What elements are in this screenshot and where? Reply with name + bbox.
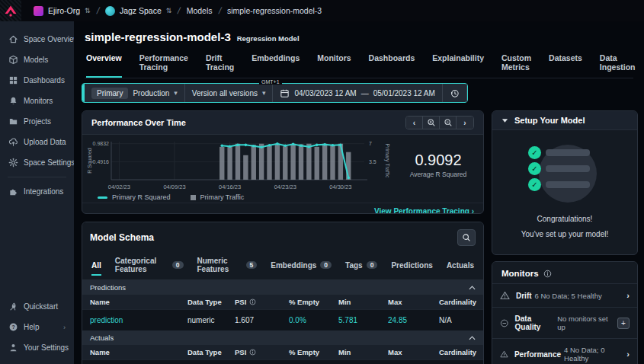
- date-range-picker[interactable]: 04/03/2023 12 AM — 05/01/2023 12 AM: [273, 84, 442, 102]
- arize-logo[interactable]: [0, 0, 21, 21]
- add-monitor-button[interactable]: +: [617, 318, 630, 329]
- sidebar-item-integrations[interactable]: Integrations: [0, 181, 74, 202]
- performance-chart[interactable]: 0.49160.983204/02/2304/09/2304/16/2304/2…: [82, 135, 393, 203]
- performance-card-title: Performance Over Time: [91, 118, 186, 127]
- sidebar-item-your-settings[interactable]: Your Settings ›: [0, 337, 74, 358]
- chevron-right-icon[interactable]: ›: [626, 350, 630, 359]
- sidebar-item-label: Space Overview: [24, 35, 79, 43]
- feature-name-link[interactable]: prediction: [90, 316, 187, 324]
- environment-select[interactable]: Primary Production ▾: [85, 84, 185, 102]
- monitor-row-drift[interactable]: Drift6 No Data; 5 Healthy ›: [492, 283, 637, 307]
- view-performance-tracing-link[interactable]: View Performance Tracing ›: [374, 207, 474, 214]
- count-badge: 5: [246, 261, 258, 269]
- minus-circle-icon: [500, 318, 509, 328]
- tab-overview[interactable]: Overview: [86, 50, 122, 78]
- schema-tab-categorical-features[interactable]: Categorical Features0: [115, 253, 184, 279]
- schema-search-button[interactable]: [457, 229, 476, 246]
- monitor-row-performance[interactable]: Performance4 No Data; 0 Healthy ›: [492, 338, 637, 364]
- sidebar-item-space-overview[interactable]: Space Overview: [0, 29, 74, 49]
- svg-text:0.4916: 0.4916: [93, 159, 110, 164]
- org-switcher[interactable]: Ejiro-Org ⇅: [34, 6, 91, 16]
- sort-updown-icon[interactable]: ⇅: [166, 7, 172, 14]
- date-end: 05/01/2023 12 AM: [373, 89, 435, 97]
- sidebar-item-help[interactable]: ? Help ›: [0, 317, 74, 337]
- pan-right-button[interactable]: ›: [457, 117, 473, 129]
- person-icon: [8, 343, 18, 353]
- overview-content: Performance Over Time ‹ › 0.491: [74, 104, 644, 364]
- svg-text:04/30/23: 04/30/23: [329, 184, 351, 190]
- schema-tab-all[interactable]: All: [91, 257, 101, 276]
- sidebar-item-dashboards[interactable]: Dashboards: [0, 70, 74, 91]
- table-row-actual[interactable]: actual numeric 1.076 0.0% 4.8 25.4 N/A: [82, 359, 483, 364]
- chevron-up-icon[interactable]: [469, 286, 476, 290]
- bell-icon: [8, 96, 18, 106]
- performance-over-time-card: Performance Over Time ‹ › 0.491: [82, 110, 484, 214]
- zoom-out-button[interactable]: [440, 117, 457, 129]
- tab-embeddings[interactable]: Embeddings: [252, 50, 300, 78]
- cube-icon: [8, 55, 18, 65]
- sidebar-item-projects[interactable]: Projects: [0, 111, 74, 132]
- main-content: simple-regression-model-3 Regression Mod…: [74, 21, 644, 364]
- tab-performance-tracing[interactable]: Performance Tracing: [139, 50, 188, 78]
- chevron-down-icon: ▾: [262, 89, 266, 97]
- model-header: simple-regression-model-3 Regression Mod…: [74, 21, 644, 78]
- tab-custom-metrics[interactable]: Custom Metrics: [501, 50, 531, 78]
- model-schema-card: Model Schema All Categorical Features0 N…: [82, 222, 484, 364]
- tab-explainability[interactable]: Explainability: [432, 50, 484, 78]
- table-row-prediction[interactable]: prediction numeric 1.607 0.0% 5.781 24.8…: [82, 309, 483, 330]
- monitor-row-data-quality[interactable]: Data QualityNo monitors set up +: [492, 307, 637, 338]
- column-psi: PSI: [235, 348, 289, 356]
- schema-tab-predictions[interactable]: Predictions: [391, 257, 432, 276]
- zoom-in-button[interactable]: [423, 117, 440, 129]
- environment-value: Production: [133, 89, 169, 97]
- sidebar-item-upload-data[interactable]: Upload Data: [0, 132, 74, 152]
- version-select[interactable]: Version all versions ▾: [185, 84, 274, 102]
- schema-tab-actuals[interactable]: Actuals: [447, 257, 474, 276]
- sidebar-item-models[interactable]: Models: [0, 49, 74, 70]
- tab-data-ingestion[interactable]: Data Ingestion: [600, 50, 636, 78]
- model-tabs: Overview Performance Tracing Drift Traci…: [85, 50, 633, 78]
- schema-tab-tags[interactable]: Tags0: [345, 257, 377, 276]
- section-header-actuals[interactable]: Actuals: [82, 330, 483, 345]
- environment-filter-bar: Primary Production ▾ Version all version…: [82, 83, 468, 103]
- tab-monitors[interactable]: Monitors: [317, 50, 351, 78]
- schema-tab-numeric-features[interactable]: Numeric Features5: [197, 253, 258, 279]
- sort-updown-icon[interactable]: ⇅: [85, 7, 91, 14]
- sidebar-item-quickstart[interactable]: Quickstart: [0, 296, 74, 317]
- sidebar-item-space-settings[interactable]: Space Settings: [0, 152, 74, 173]
- average-label: Average R Squared: [410, 171, 467, 178]
- home-icon: [8, 34, 18, 44]
- sidebar-item-monitors[interactable]: Monitors: [0, 91, 74, 111]
- sidebar-item-label: Quickstart: [24, 302, 58, 311]
- time-history-button[interactable]: [443, 84, 467, 102]
- breadcrumb-separator: /: [95, 5, 100, 16]
- zoom-out-icon: [444, 118, 453, 127]
- arize-logo-icon: [2, 2, 19, 19]
- sidebar: Space Overview Models Dashboards Monitor…: [0, 21, 74, 364]
- chevron-right-icon[interactable]: ›: [626, 291, 630, 300]
- breadcrumb-models[interactable]: Models: [187, 6, 213, 15]
- schema-tab-embeddings[interactable]: Embeddings0: [271, 257, 332, 276]
- setup-card-header[interactable]: Setup Your Model: [492, 111, 637, 130]
- info-icon[interactable]: [249, 349, 256, 356]
- column-empty: % Empty: [289, 298, 338, 306]
- legend-primary-r-squared: Primary R Squared: [98, 193, 171, 201]
- monitors-card-header: Monitors: [492, 262, 637, 283]
- sidebar-item-label: Your Settings: [24, 343, 69, 352]
- model-type-label: Regression Model: [237, 34, 300, 43]
- pan-left-button[interactable]: ‹: [406, 117, 423, 129]
- chevron-up-icon[interactable]: [469, 336, 476, 340]
- column-data-type: Data Type: [187, 348, 235, 356]
- info-icon[interactable]: [543, 270, 552, 278]
- section-header-predictions[interactable]: Predictions: [82, 280, 483, 295]
- schema-table-header: Name Data Type PSI % Empty Min Max Cardi…: [82, 345, 483, 359]
- column-empty: % Empty: [289, 348, 338, 356]
- tab-datasets[interactable]: Datasets: [549, 50, 582, 78]
- tab-drift-tracing[interactable]: Drift Tracing: [206, 50, 234, 78]
- space-switcher[interactable]: Jagz Space ⇅: [105, 6, 171, 16]
- tab-dashboards[interactable]: Dashboards: [369, 50, 415, 78]
- info-icon[interactable]: [249, 299, 256, 305]
- column-psi: PSI: [235, 298, 289, 306]
- warning-triangle-icon: [500, 291, 510, 300]
- clock-history-icon: [450, 88, 460, 98]
